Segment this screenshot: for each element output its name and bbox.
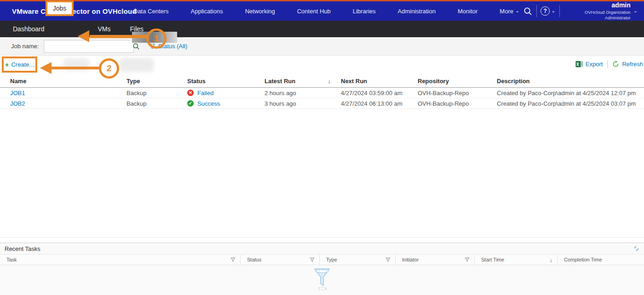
tasks-empty-state (0, 265, 644, 295)
job-next-run: 4/27/2024 03:59:00 am (341, 90, 418, 96)
plus-icon: + (5, 61, 9, 68)
jobs-table-header: Name Type Status Latest Run ↓ Next Run R… (0, 74, 644, 88)
job-name-link[interactable]: JOB1 (10, 90, 25, 96)
user-role: OVHcloud Organization Administrator (568, 10, 631, 21)
content-divider (0, 237, 644, 238)
job-next-run: 4/27/2024 06:13:00 am (341, 100, 418, 107)
chevron-down-icon: ⌄ (633, 8, 638, 13)
table-row[interactable]: JOB1 Backup ✕ Failed 2 hours ago 4/27/20… (0, 88, 644, 98)
task-col-label: Initiator (402, 257, 419, 262)
navbar-right: ? ⌄ admin OVHcloud Organization Administ… (519, 1, 644, 21)
task-col-task[interactable]: Task (0, 255, 241, 265)
annotation-step-2-badge: 2 (99, 58, 119, 79)
search-submit-button[interactable] (131, 43, 144, 50)
job-type: Backup (126, 100, 187, 107)
col-description[interactable]: Description (497, 78, 644, 85)
job-latest-run: 2 hours ago (264, 90, 341, 96)
main-menu: Data Centers Applications Networking Con… (133, 8, 519, 15)
double-chevron-icon (633, 245, 639, 252)
col-repository[interactable]: Repository (418, 78, 497, 85)
filter-funnel-icon[interactable] (310, 257, 315, 262)
task-col-status[interactable]: Status (241, 255, 320, 265)
create-job-button[interactable]: + Create... (2, 57, 37, 73)
menu-libraries[interactable]: Libraries (353, 8, 376, 15)
sort-desc-icon: ↓ (328, 78, 331, 85)
recent-tasks-panel: Recent Tasks Task Status Type (0, 243, 644, 295)
jobs-filter-bar: Job name: Status (All) (0, 37, 644, 56)
refresh-button[interactable]: Refresh (612, 61, 643, 68)
help-menu[interactable]: ? ⌄ (537, 1, 559, 21)
search-icon (132, 43, 140, 50)
top-navbar: VMware Cloud Director on OVHcloud Data C… (0, 0, 644, 21)
menu-administration[interactable]: Administration (398, 8, 436, 15)
resize-panel-handle[interactable] (633, 245, 639, 252)
app-title: VMware Cloud Director on OVHcloud (12, 7, 137, 15)
user-menu[interactable]: admin OVHcloud Organization Administrato… (560, 1, 644, 20)
task-col-label: Task (6, 257, 17, 262)
menu-more-label: More (500, 8, 513, 15)
menu-content-hub[interactable]: Content Hub (297, 8, 331, 15)
recent-tasks-title: Recent Tasks (5, 245, 40, 252)
search-button[interactable] (519, 1, 536, 21)
table-row[interactable]: JOB2 Backup ✓ Success 3 hours ago 4/27/2… (0, 98, 644, 109)
job-latest-run: 3 hours ago (264, 100, 341, 107)
step-number: 1 (154, 34, 159, 44)
tab-vms[interactable]: VMs (92, 25, 116, 33)
annotation-arrow-1-shaft (90, 35, 147, 38)
task-col-completion-time[interactable]: Completion Time (558, 255, 644, 265)
redacted-blob (120, 58, 154, 72)
step-number: 2 (107, 63, 112, 74)
recent-tasks-titlebar: Recent Tasks (0, 243, 644, 255)
task-col-label: Start Time (481, 257, 504, 262)
tab-jobs[interactable]: Jobs (46, 0, 74, 16)
help-icon: ? (540, 6, 550, 16)
task-col-label: Type (326, 257, 337, 262)
sort-desc-icon: ↓ (550, 256, 553, 263)
col-latest-run-label: Latest Run (264, 78, 295, 85)
table-actions: Export Refresh (575, 60, 643, 68)
job-name-link[interactable]: JOB2 (10, 100, 25, 107)
failed-status-icon: ✕ (187, 90, 194, 96)
col-latest-run[interactable]: Latest Run ↓ (264, 78, 341, 85)
refresh-icon (612, 61, 619, 68)
filter-funnel-icon[interactable] (385, 257, 391, 262)
col-type[interactable]: Type (126, 78, 187, 85)
recent-tasks-header: Task Status Type Initiator Start Time (0, 255, 644, 265)
toolbar-divider (607, 60, 608, 68)
col-next-run[interactable]: Next Run (341, 78, 418, 85)
annotation-arrow-1-head (78, 30, 89, 42)
job-name-label: Job name: (11, 43, 39, 50)
filter-funnel-icon[interactable] (465, 257, 470, 262)
job-description: Created by Paco-Corp\admin at 4/25/2024 … (497, 90, 644, 96)
task-col-start-time[interactable]: Start Time ↓ (475, 255, 558, 265)
job-description: Created by Paco-Corp\admin at 4/25/2024 … (497, 100, 644, 107)
excel-export-icon (575, 61, 583, 68)
search-icon (523, 7, 532, 16)
success-status-icon: ✓ (187, 100, 194, 107)
job-type: Backup (126, 90, 187, 96)
create-button-label: Create... (11, 61, 34, 68)
job-repository: OVH-Backup-Repo (418, 90, 497, 96)
empty-funnel-icon (308, 267, 336, 291)
jobs-table: Name Type Status Latest Run ↓ Next Run R… (0, 74, 644, 109)
job-status-link[interactable]: Success (197, 100, 220, 107)
col-status[interactable]: Status (187, 78, 264, 85)
task-col-label: Completion Time (564, 257, 602, 262)
menu-monitor[interactable]: Monitor (458, 8, 477, 15)
chevron-down-icon: ⌄ (551, 8, 555, 13)
menu-data-centers[interactable]: Data Centers (133, 8, 169, 15)
task-col-type[interactable]: Type (320, 255, 396, 265)
refresh-button-label: Refresh (622, 61, 643, 68)
tab-jobs-label: Jobs (53, 5, 67, 12)
menu-networking[interactable]: Networking (245, 8, 275, 15)
menu-more[interactable]: More ⌄ (500, 8, 519, 15)
tab-dashboard[interactable]: Dashboard (7, 25, 50, 33)
menu-applications[interactable]: Applications (191, 8, 223, 15)
chevron-down-icon: ⌄ (515, 8, 519, 13)
task-col-initiator[interactable]: Initiator (396, 255, 475, 265)
export-button[interactable]: Export (575, 61, 603, 68)
filter-funnel-icon[interactable] (230, 257, 236, 262)
annotation-arrow-2-shaft (51, 67, 99, 69)
export-button-label: Export (586, 61, 603, 68)
job-status-link[interactable]: Failed (197, 90, 213, 96)
